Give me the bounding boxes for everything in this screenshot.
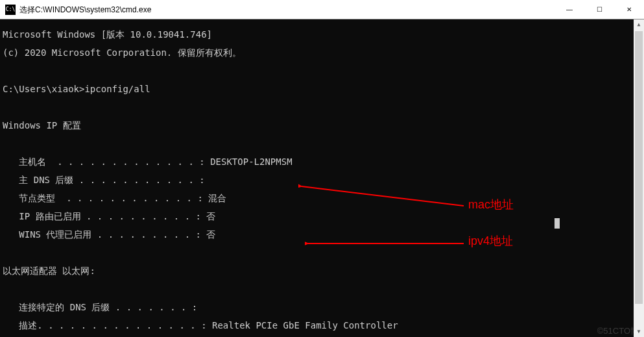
close-button[interactable]: ✕ (614, 0, 644, 19)
window-buttons: — ☐ ✕ (555, 0, 644, 19)
hostname-value: DESKTOP-L2NPMSM (210, 156, 292, 167)
maximize-button[interactable]: ☐ (584, 0, 614, 19)
prompt-line: C:\Users\xiaok>ipconfig/all (3, 84, 641, 94)
titlebar: C:\ 选择C:\WINDOWS\system32\cmd.exe — ☐ ✕ (0, 0, 644, 19)
scroll-thumb[interactable] (635, 31, 643, 304)
minimize-button[interactable]: — (555, 0, 584, 19)
cfg-line: 主 DNS 后缀 . . . . . . . . . . . : (3, 175, 641, 184)
blank-line (3, 66, 641, 75)
text-cursor (555, 218, 560, 229)
annotation-mac: mac地址 (468, 200, 514, 209)
blank-line (3, 103, 641, 112)
blank-line (3, 284, 641, 293)
cfg-line: 主机名 . . . . . . . . . . . . . : DESKTOP-… (3, 157, 641, 166)
cfg-line: 描述. . . . . . . . . . . . . . . : Realte… (3, 321, 641, 330)
blank-line (3, 248, 641, 257)
window-title: 选择C:\WINDOWS\system32\cmd.exe (19, 5, 151, 14)
scroll-up-icon[interactable]: ▲ (634, 19, 644, 30)
cfg-line: 节点类型 . . . . . . . . . . . . : 混合 (3, 193, 641, 203)
section-header: Windows IP 配置 (3, 121, 641, 130)
watermark: ©51CTO博 (597, 327, 639, 336)
blank-line (3, 139, 641, 148)
terminal-output[interactable]: Microsoft Windows [版本 10.0.19041.746] (c… (0, 19, 644, 337)
banner-line: (c) 2020 Microsoft Corporation. 保留所有权利。 (3, 48, 641, 57)
banner-line: Microsoft Windows [版本 10.0.19041.746] (3, 30, 641, 39)
scrollbar[interactable]: ▲ ▼ (634, 19, 644, 337)
cmd-icon: C:\ (5, 5, 16, 15)
annotation-ipv4: ipv4地址 (468, 236, 513, 245)
adapter-header: 以太网适配器 以太网: (3, 266, 641, 275)
cfg-line: WINS 代理已启用 . . . . . . . . . : 否 (3, 230, 641, 239)
cfg-line: IP 路由已启用 . . . . . . . . . . : 否 (3, 212, 641, 221)
cfg-line: 连接特定的 DNS 后缀 . . . . . . . : (3, 303, 641, 312)
